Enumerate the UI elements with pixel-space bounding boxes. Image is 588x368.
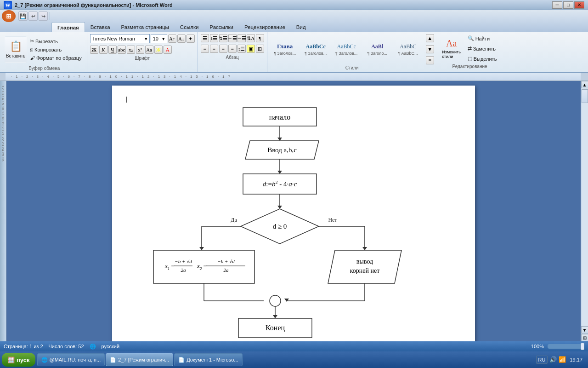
no-roots-shape	[328, 250, 401, 283]
styles-scroll: ▲ ▼ ≡	[426, 34, 434, 64]
tab-review[interactable]: Рецензирование	[239, 22, 291, 32]
italic-button[interactable]: К	[99, 46, 107, 54]
strikethrough-button[interactable]: abc	[118, 46, 126, 54]
decrease-indent-button[interactable]: ←☰	[228, 34, 237, 42]
change-styles-row: Aa Изменитьстили 🔍 Найти ⇄ Заменить ⬚ Вы…	[440, 34, 500, 63]
sort-button[interactable]: ⇅A	[247, 34, 255, 42]
scroll-down-button[interactable]: ▼	[581, 326, 588, 334]
change-case-button[interactable]: Аа	[145, 46, 153, 54]
find-button[interactable]: 🔍 Найти	[464, 34, 500, 43]
font-size-decrease-button[interactable]: A↓	[177, 34, 186, 43]
format-painter-button[interactable]: 🖌 Формат по образцу	[28, 54, 84, 62]
tab-layout[interactable]: Разметка страницы	[116, 22, 175, 32]
clock-time: 19:17	[570, 357, 582, 362]
cut-icon: ✂	[30, 38, 34, 44]
tab-home[interactable]: Главная	[51, 22, 85, 32]
style-heading2[interactable]: AaBbCc ¶ Заголов...	[301, 36, 331, 63]
window-title: 2_7 [Режим ограниченной функциональности…	[15, 2, 173, 8]
style-heading4-preview: AaBl	[371, 43, 383, 50]
cut-button[interactable]: ✂ Вырезать	[28, 37, 84, 45]
font-size-select[interactable]: 10 ▾	[151, 34, 167, 43]
copy-button[interactable]: ⎘ Копировать	[28, 46, 84, 53]
align-right-button[interactable]: ≡	[219, 45, 227, 53]
start-label: начало	[269, 113, 290, 121]
input-label: Ввод a,b,c	[267, 146, 297, 154]
font-color-button[interactable]: А	[164, 46, 172, 54]
taskbar-word-active[interactable]: 📄 2_7 [Режим огранич...	[106, 353, 173, 366]
align-left-button[interactable]: ≡	[201, 45, 209, 53]
style-heading1[interactable]: Глава ¶ Заголов...	[270, 36, 300, 63]
title-bar-left: W 2_7 [Режим ограниченной функциональнос…	[4, 1, 173, 9]
taskbar-doc1[interactable]: 📄 Документ1 - Microsо...	[174, 353, 242, 366]
clipboard-content: 📋 Вставить ✂ Вырезать ⎘ Копировать 🖌 Фор…	[5, 34, 84, 65]
scroll-up-button[interactable]: ▲	[581, 81, 588, 88]
style-heading5[interactable]: AaBbC ¶ AaBbC...	[393, 36, 423, 63]
font-name-dropdown-icon: ▾	[145, 36, 147, 42]
flowchart-svg: начало Ввод a,b,c d:=b2 - 4·a·c	[126, 103, 461, 341]
undo-qat-button[interactable]: ↩	[28, 12, 38, 21]
circle-arrow-head	[273, 315, 277, 318]
ruler-marks: ·1·2·3·4·5·6·7·8·9·10·11·12·13·14·15·16·…	[11, 75, 234, 79]
style-heading3[interactable]: AaBbCc ¶ Заголов...	[332, 36, 362, 63]
minimize-button[interactable]: ─	[552, 1, 562, 9]
app-icon: W	[4, 1, 12, 9]
title-bar-controls: ─ □ ✕	[552, 1, 584, 9]
shading-button[interactable]: ▣	[247, 45, 255, 53]
connector-circle	[270, 295, 281, 306]
office-button[interactable]: ⊞	[2, 10, 16, 22]
tab-references[interactable]: Ссылки	[175, 22, 204, 32]
redo-qat-button[interactable]: ↪	[39, 12, 48, 21]
taskbar-mail[interactable]: 🌐 @MAIL.RU: почта, п...	[37, 353, 105, 366]
styles-scroll-down[interactable]: ▼	[426, 45, 434, 53]
subscript-button[interactable]: x₂	[127, 46, 135, 54]
tab-insert[interactable]: Вставка	[85, 22, 116, 32]
zoom-slider[interactable]	[548, 344, 584, 349]
highlight-button[interactable]: Ж	[154, 46, 163, 54]
style-heading4[interactable]: AaBl ¶ Заголо...	[362, 36, 392, 63]
ribbon-tabs: Главная Вставка Разметка страницы Ссылки…	[0, 22, 588, 32]
font-name-select[interactable]: Times New Roman ▾	[90, 34, 150, 43]
content-area[interactable]: | начало Ввод a,b,c d:=b2 - 4·a·c	[6, 81, 581, 341]
tab-view[interactable]: Вид	[291, 22, 311, 32]
font-size-increase-button[interactable]: A↑	[168, 34, 176, 43]
bullets-button[interactable]: ☰	[201, 34, 209, 42]
condition-label: d ≥ 0	[273, 223, 287, 230]
zoom-slider-thumb[interactable]	[581, 343, 584, 350]
fraction2-den: 2a	[224, 267, 229, 273]
align-center-button[interactable]: ≡	[210, 45, 218, 53]
justify-button[interactable]: ≡	[228, 45, 237, 53]
underline-button[interactable]: Ч	[108, 46, 117, 54]
multilevel-button[interactable]: ↯☰	[219, 34, 227, 42]
select-button[interactable]: ⬚ Выделить	[464, 54, 500, 63]
scroll-bottom-button[interactable]: ⊞	[581, 334, 588, 341]
show-marks-button[interactable]: ¶	[256, 34, 264, 42]
bold-button[interactable]: Ж	[90, 46, 98, 54]
start-button[interactable]: 🪟 пуск	[2, 353, 35, 367]
find-icon: 🔍	[468, 35, 474, 41]
status-right: 100%	[531, 344, 584, 349]
editing-group: Aa Изменитьстили 🔍 Найти ⇄ Заменить ⬚ Вы…	[437, 32, 503, 72]
qat-divider	[50, 12, 50, 20]
taskbar-clock: 19:17	[570, 357, 586, 362]
styles-scroll-up[interactable]: ▲	[426, 34, 434, 42]
change-styles-btn[interactable]: Aa Изменитьстили	[440, 37, 464, 61]
change-styles-button[interactable]: ≡	[426, 56, 434, 64]
numbering-button[interactable]: 1☰	[210, 34, 218, 42]
line-spacing-button[interactable]: ↕☰	[237, 45, 246, 53]
style-heading3-preview: AaBbCc	[337, 43, 356, 50]
font-controls: Times New Roman ▾ 10 ▾ A↑ A↓ ✦ Ж К Ч abc…	[90, 34, 195, 55]
replace-button[interactable]: ⇄ Заменить	[464, 44, 500, 53]
superscript-button[interactable]: x²	[136, 46, 144, 54]
maximize-button[interactable]: □	[563, 1, 573, 9]
close-button[interactable]: ✕	[574, 1, 584, 9]
fraction2-num: −b + √d	[217, 259, 235, 264]
scroll-thumb[interactable]	[582, 89, 588, 103]
borders-button[interactable]: ⊞	[256, 45, 264, 53]
scroll-track[interactable]	[582, 88, 588, 326]
clear-format-button[interactable]: ✦	[187, 34, 195, 43]
increase-indent-button[interactable]: →☰	[237, 34, 246, 42]
style-heading5-label: ¶ AaBbC...	[398, 51, 418, 56]
tab-mailings[interactable]: Рассылки	[204, 22, 239, 32]
paste-button[interactable]: 📋 Вставить	[5, 36, 27, 63]
save-qat-button[interactable]: 💾	[18, 12, 28, 21]
